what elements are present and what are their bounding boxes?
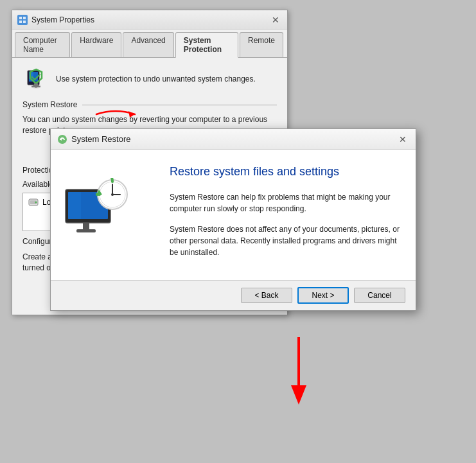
svg-rect-10	[31, 86, 40, 87]
red-highlight-arrow-icon	[90, 105, 141, 124]
tab-system-protection[interactable]: System Protection	[175, 32, 238, 58]
svg-rect-19	[83, 223, 89, 229]
drive-icon	[28, 197, 39, 207]
restore-title-left: System Restore	[57, 134, 130, 144]
red-arrow-icon	[286, 334, 312, 411]
svg-rect-1	[23, 17, 26, 19]
restore-close-button[interactable]: ✕	[396, 133, 409, 146]
clock-restore-icon	[96, 178, 129, 213]
svg-point-25	[111, 193, 114, 196]
restore-left-panel	[51, 150, 157, 280]
svg-point-13	[35, 201, 37, 203]
sys-props-title-bar: System Properties ✕	[12, 10, 287, 30]
window-icon	[17, 15, 28, 25]
back-button[interactable]: < Back	[241, 288, 292, 303]
system-restore-label: System Restore	[22, 100, 77, 109]
restore-desc-2: System Restore does not affect any of yo…	[170, 223, 403, 258]
restore-illustration	[62, 177, 146, 254]
restore-right-panel: Restore system files and settings System…	[157, 150, 416, 280]
svg-rect-9	[34, 83, 38, 86]
svg-rect-0	[19, 17, 22, 19]
svg-marker-29	[128, 111, 135, 118]
svg-rect-3	[23, 21, 26, 23]
restore-main-title: Restore system files and settings	[170, 165, 403, 179]
close-button[interactable]: ✕	[269, 13, 282, 26]
restore-title-bar: System Restore ✕	[51, 129, 416, 150]
svg-point-14	[58, 135, 67, 144]
svg-rect-2	[19, 21, 22, 23]
svg-marker-28	[291, 385, 306, 405]
system-restore-divider: System Restore	[22, 100, 277, 109]
tab-advanced[interactable]: Advanced	[123, 32, 173, 57]
next-button[interactable]: Next >	[297, 287, 349, 304]
red-arrow-annotation	[286, 334, 312, 413]
tab-remote[interactable]: Remote	[240, 32, 283, 57]
restore-dialog-title: System Restore	[71, 134, 130, 144]
restore-dialog-body: Restore system files and settings System…	[51, 150, 416, 280]
shield-icon	[22, 66, 49, 92]
system-restore-dialog: System Restore ✕	[50, 128, 416, 311]
cancel-button[interactable]: Cancel	[354, 288, 405, 303]
section-header-row: Use system protection to undo unwanted s…	[22, 66, 277, 92]
sys-props-title: System Properties	[31, 15, 94, 24]
restore-desc-1: System Restore can help fix problems tha…	[170, 191, 403, 214]
title-bar-left: System Properties	[17, 15, 94, 25]
tab-hardware[interactable]: Hardware	[71, 32, 121, 57]
tabs-bar: Computer Name Hardware Advanced System P…	[12, 30, 287, 58]
svg-rect-18	[68, 192, 81, 219]
svg-rect-20	[76, 229, 96, 232]
restore-footer: < Back Next > Cancel	[51, 280, 416, 310]
section-description: Use system protection to undo unwanted s…	[56, 74, 277, 83]
restore-dialog-icon	[57, 134, 67, 144]
red-cursor-arrow	[90, 105, 141, 126]
tab-computer-name[interactable]: Computer Name	[15, 32, 70, 57]
